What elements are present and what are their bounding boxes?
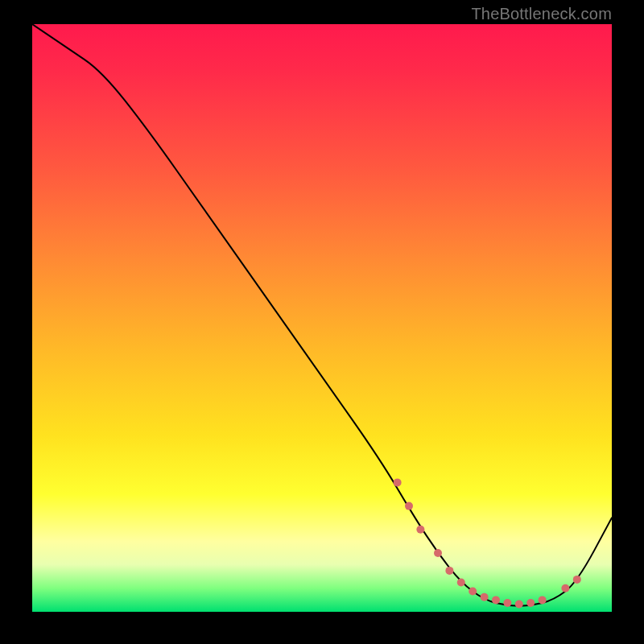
marker-dot (469, 588, 477, 596)
chart-svg (32, 24, 612, 612)
curve-line (32, 24, 612, 606)
marker-dot (416, 526, 424, 534)
marker-dot (503, 599, 511, 607)
marker-dot (492, 596, 500, 604)
marker-group (394, 478, 581, 608)
marker-dot (405, 502, 413, 510)
marker-dot (481, 593, 489, 601)
attribution-text: TheBottleneck.com (471, 5, 612, 23)
marker-dot (394, 478, 402, 486)
marker-dot (526, 599, 535, 607)
marker-dot (573, 576, 581, 584)
marker-dot (515, 601, 523, 609)
chart-frame: TheBottleneck.com (0, 0, 644, 644)
marker-dot (445, 567, 453, 575)
marker-dot (457, 579, 465, 587)
marker-dot (539, 596, 547, 604)
marker-dot (434, 549, 442, 557)
marker-dot (561, 584, 569, 592)
plot-area (32, 24, 612, 612)
